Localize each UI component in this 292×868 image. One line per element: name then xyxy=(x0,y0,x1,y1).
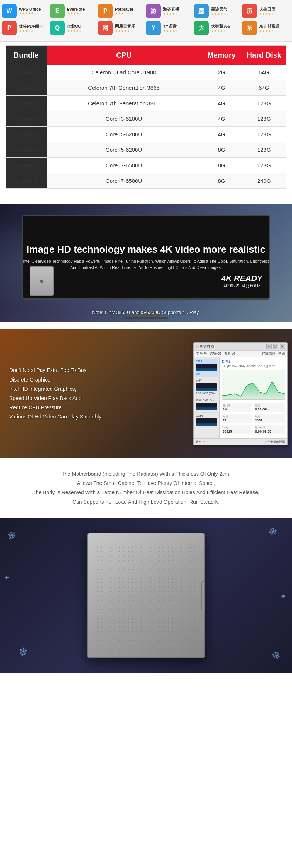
bundle-table: Bundle CPU Memory Hard Disk Bundle1 Cele… xyxy=(6,45,286,189)
svg-marker-0 xyxy=(222,381,285,399)
cpu-cell: Celeron 7th Generation 3865 xyxy=(47,80,201,96)
app-item[interactable]: 历 人生日历 ★★★★☆ xyxy=(242,4,290,18)
tm-close-button[interactable]: ✕ xyxy=(280,344,285,349)
cpu-cell: Core I7-6500U xyxy=(47,158,201,173)
app-item[interactable]: 大 大智慧365 ★★★★☆ xyxy=(194,21,242,35)
bundle-name-cell: Bundle2 xyxy=(6,80,47,96)
app-info: 墨迹天气 ★★★★☆ xyxy=(211,7,227,16)
mb-text-1: The Motherboard (Including The Radiator)… xyxy=(61,471,230,477)
cpu-cell: Core I7-6500U xyxy=(47,173,201,189)
tm-menu-file[interactable]: 文件(F) xyxy=(196,351,207,356)
app-icon: W xyxy=(2,4,17,18)
app-item[interactable]: 网 网易云音乐 ★★★★★ xyxy=(98,21,146,35)
memory-cell: 8G xyxy=(201,142,242,158)
app-info: 优先PDF阅一 ★★★☆☆ xyxy=(19,24,43,33)
app-info: 网易云音乐 ★★★★★ xyxy=(115,24,135,33)
tm-stat-handles: 句柄 58915 xyxy=(222,425,253,434)
app-icon: 网 xyxy=(98,21,113,35)
harddisk-cell: 128G xyxy=(242,127,286,142)
app-name: 人生日历 xyxy=(259,7,275,12)
app-item[interactable]: Y YY语音 ★★★★☆ xyxy=(146,21,194,35)
tm-sidebar-disk[interactable]: 磁盘 0 (C: D:) xyxy=(195,397,218,413)
ice-crystal-bottomright: ❄ xyxy=(270,648,282,663)
bundle-name-cell: Bundle1 xyxy=(6,65,47,80)
app-item[interactable]: P 优先PDF阅一 ★★★☆☆ xyxy=(2,21,50,35)
tm-statusbar: 进程: 77 打开资源监视器 xyxy=(194,438,287,445)
motherboard-card xyxy=(87,533,205,658)
app-name: 大智慧365 xyxy=(211,24,230,29)
bundle-name-cell: Bundle3 xyxy=(6,96,47,111)
memory-cell: 4G xyxy=(201,80,242,96)
app-info: EverNote ★★★★☆ xyxy=(67,7,85,15)
bundle-section: Bundle CPU Memory Hard Disk Bundle1 Cele… xyxy=(0,42,292,196)
memory-cell: 2G xyxy=(201,65,242,80)
tm-sidebar: CPU 6% 内存 2.6/7.9 GB (33%) 磁盘 0 (C: D:) … xyxy=(194,357,220,438)
app-icon: 墨 xyxy=(194,4,209,18)
app-name: 网易云音乐 xyxy=(115,24,135,29)
app-item[interactable]: E EverNote ★★★★☆ xyxy=(50,4,98,18)
tm-menu-spacer xyxy=(238,351,259,356)
tm-sidebar-memory[interactable]: 内存 2.6/7.9 GB (33%) xyxy=(195,377,218,396)
app-stars: ★★★★★ xyxy=(115,29,135,33)
cpu-cell: Core I5-6200U xyxy=(47,127,201,142)
bundle-name-cell: Bundle6 xyxy=(6,142,47,158)
app-name: 企业QQ xyxy=(67,24,82,29)
tm-sidebar-wifi[interactable]: Wi-Fi xyxy=(195,413,218,428)
app-icon: Y xyxy=(146,21,161,35)
app-info: 游齐直播 ★★★★☆ xyxy=(163,7,179,16)
bundle-name-cell: Bundle7 xyxy=(6,158,47,173)
tm-cpu-graph xyxy=(222,370,285,400)
tm-menu-more[interactable]: 详细信息 xyxy=(262,351,275,356)
tm-main-panel: CPU Intel(R) Core(TM) i5-6200U CPU @ 2.3… xyxy=(220,357,287,438)
app-stars: ★★★★☆ xyxy=(211,12,227,16)
app-item[interactable]: Q 企业QQ ★★★★☆ xyxy=(50,21,98,35)
hd-4k-badge: 4K READY xyxy=(221,274,262,283)
app-item[interactable]: 东 东方财富通 ★★★★☆ xyxy=(242,21,290,35)
app-stars: ★★★★☆ xyxy=(259,29,279,33)
tm-maximize-button[interactable]: □ xyxy=(273,344,278,349)
tm-cpu-label: CPU xyxy=(222,359,285,364)
app-stars: ★★★☆☆ xyxy=(19,29,43,33)
app-item[interactable]: W WPS Office ★★★★★ xyxy=(2,4,50,18)
app-stars: ★★★★☆ xyxy=(163,12,179,16)
tm-sidebar-cpu[interactable]: CPU 6% xyxy=(195,359,218,377)
graphics-text: Don't Need Pay Extra Fee To Buy Discrete… xyxy=(9,366,181,421)
tm-stat-speed: 速度 0.55 GHz xyxy=(254,403,285,412)
tm-window-controls: − □ ✕ xyxy=(266,344,285,349)
app-row-1: W WPS Office ★★★★★ E EverNote ★★★★☆ P xyxy=(2,4,290,18)
ice-crystal-topright: ❄ xyxy=(266,524,279,539)
col-header-harddisk: Hard Disk xyxy=(242,46,286,65)
tm-open-resource-monitor[interactable]: 打开资源监视器 xyxy=(264,440,285,444)
memory-cell: 4G xyxy=(201,111,242,127)
table-row: Bundle1 Celeron Quad Core J1900 2G 64G xyxy=(6,65,286,80)
app-icon: Q xyxy=(50,21,65,35)
tm-minimize-button[interactable]: − xyxy=(266,344,272,349)
mb-text-3: The Body Is Reserved With a Large Number… xyxy=(33,489,259,495)
tm-menu-help[interactable]: 帮助 xyxy=(278,351,285,356)
harddisk-cell: 64G xyxy=(242,80,286,96)
app-stars: ★★★☆☆ xyxy=(115,11,133,15)
memory-cell: 8G xyxy=(201,173,242,189)
graphics-section: Don't Need Pay Extra Fee To Buy Discrete… xyxy=(0,329,292,458)
tm-menu-view[interactable]: 查看(V) xyxy=(224,351,235,356)
tm-stat-threads: 线程 1359 xyxy=(254,414,285,423)
app-icon: 历 xyxy=(242,4,257,18)
col-header-memory: Memory xyxy=(201,46,242,65)
table-row: Bundle2 Celeron 7th Generation 3865 4G 6… xyxy=(6,80,286,96)
memory-cell: 4G xyxy=(201,96,242,111)
app-item[interactable]: 墨 墨迹天气 ★★★★☆ xyxy=(194,4,242,18)
motherboard-image-section: ❄ ❄ ❄ ❄ ✦ ✦ xyxy=(0,518,292,673)
app-name: EverNote xyxy=(67,7,85,11)
bundle-name-cell: Bundle8 xyxy=(6,173,47,189)
app-icon: 游 xyxy=(146,4,161,18)
cpu-cell: Core I3-6100U xyxy=(47,111,201,127)
tm-menu-options[interactable]: 选项(O) xyxy=(210,351,221,356)
app-item[interactable]: 游 游齐直播 ★★★★☆ xyxy=(146,4,194,18)
app-stars: ★★★★★ xyxy=(19,11,41,15)
app-stars: ★★★★☆ xyxy=(163,29,178,33)
task-manager-panel: 任务管理器 − □ ✕ 文件(F) 选项(O) 查看(V) 详细信息 帮助 CP… xyxy=(189,329,292,458)
harddisk-cell: 128G xyxy=(242,142,286,158)
app-item[interactable]: P Potplayer ★★★☆☆ xyxy=(98,4,146,18)
app-stars: ★★★★☆ xyxy=(211,29,230,33)
app-name: 东方财富通 xyxy=(259,24,279,29)
